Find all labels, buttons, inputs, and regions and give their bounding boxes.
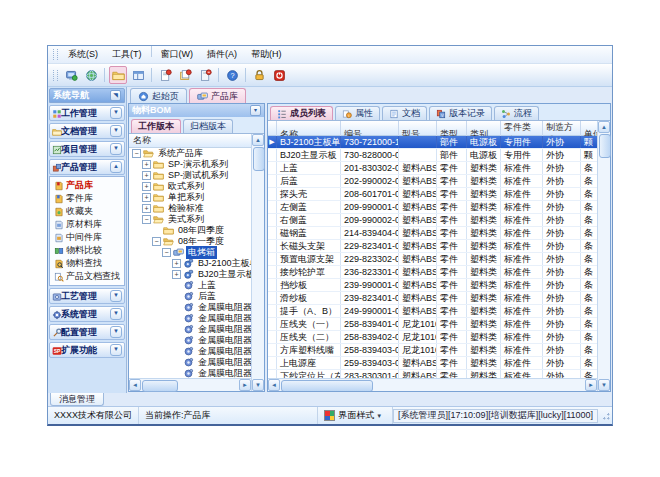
ui-style-selector[interactable]: 界面样式 ▼ xyxy=(317,407,393,424)
table-hscroll-thumb[interactable] xyxy=(281,380,373,391)
table-row[interactable]: 左侧盖209-990001-01X塑料ABS零件塑料类标准件外协条 xyxy=(268,201,597,214)
sidebar-item-4[interactable]: 中间件库 xyxy=(50,231,124,244)
scroll-right-icon[interactable]: ► xyxy=(585,379,597,391)
sidebar-item-3[interactable]: 原材料库 xyxy=(50,218,124,231)
version-tab-1[interactable]: 归档版本 xyxy=(183,119,233,133)
sidebar-item-6[interactable]: 物料查找 xyxy=(50,257,124,270)
sidebar-item-1[interactable]: 零件库 xyxy=(50,192,124,205)
nav-group-5[interactable]: 系统管理▼ xyxy=(49,306,125,322)
table-row[interactable]: 上盖201-830302-00X塑料ABS零件塑料类标准件外协条 xyxy=(268,162,597,175)
chevron-down-icon[interactable]: ▼ xyxy=(110,143,122,155)
tree-vscroll-thumb[interactable] xyxy=(253,147,265,171)
collapse-icon[interactable]: − xyxy=(162,248,171,257)
menu-item-2[interactable]: 窗口(W) xyxy=(154,46,201,63)
client-icon[interactable] xyxy=(62,66,80,84)
nav-group-2[interactable]: 项目管理▼ xyxy=(49,141,125,157)
doc-tab-0[interactable]: 起始页 xyxy=(130,88,187,103)
nav-group-1[interactable]: 文档管理▼ xyxy=(49,123,125,139)
tree-node-20[interactable]: 金属膜电阻器 xyxy=(129,368,251,378)
nav-group-3[interactable]: 产品管理▲ xyxy=(49,159,125,175)
scroll-left-icon[interactable]: ◄ xyxy=(268,379,280,391)
globe-icon[interactable] xyxy=(82,66,100,84)
expand-icon[interactable]: + xyxy=(142,160,151,169)
chevron-down-icon[interactable]: ▼ xyxy=(110,326,122,338)
lock-icon[interactable] xyxy=(250,66,268,84)
sidebar-item-0[interactable]: 产品库 xyxy=(50,179,124,192)
exit-icon[interactable] xyxy=(270,66,288,84)
collapse-icon[interactable]: − xyxy=(132,149,141,158)
table-row[interactable]: 提手（A、B）249-990001-01X塑料ABS零件塑料类标准件外协条 xyxy=(268,305,597,318)
bom-panel-menu-button[interactable]: ▾ xyxy=(250,105,261,116)
tree-node-12[interactable]: 上盖 xyxy=(129,280,251,291)
menu-item-3[interactable]: 插件(A) xyxy=(200,46,244,63)
tree-horizontal-scrollbar[interactable]: ◄ ► xyxy=(129,378,251,391)
scroll-up-icon[interactable]: ▲ xyxy=(252,134,264,146)
expand-icon[interactable]: + xyxy=(142,193,151,202)
table-row[interactable]: 右侧盖209-990002-01X塑料ABS零件塑料类标准件外协条 xyxy=(268,214,597,227)
scroll-up-icon[interactable]: ▲ xyxy=(598,121,610,133)
tree-vertical-scrollbar[interactable]: ▲ ▼ xyxy=(251,134,264,391)
table-row[interactable]: 预置电源支架229-823302-00X塑料ABS零件塑料类标准件外协条 xyxy=(268,253,597,266)
nav-group-0[interactable]: 工作管理▼ xyxy=(49,105,125,121)
expand-icon[interactable]: + xyxy=(142,182,151,191)
expand-icon[interactable]: + xyxy=(142,171,151,180)
detail-tab-3[interactable]: V版本记录 xyxy=(429,106,492,120)
chevron-down-icon[interactable]: ▼ xyxy=(110,290,122,302)
table-row[interactable]: BJ20主显示板730-828000-04X部件电源板专用件外协颗 xyxy=(268,149,597,162)
sidebar-item-2[interactable]: 收藏夹 xyxy=(50,205,124,218)
tree-column-header[interactable]: 名称 xyxy=(129,134,251,148)
collapse-icon[interactable]: − xyxy=(142,215,151,224)
expand-icon[interactable]: + xyxy=(142,204,151,213)
table-vscroll-thumb[interactable] xyxy=(599,134,611,158)
table-row[interactable]: 挡纱板239-990001-01X塑料ABS零件塑料类标准件外协条 xyxy=(268,279,597,292)
toolbar-grip[interactable] xyxy=(53,70,58,81)
chevron-down-icon[interactable]: ▼ xyxy=(110,308,122,320)
tree-hscroll-thumb[interactable] xyxy=(142,380,178,392)
nav-group-6[interactable]: 配置管理▼ xyxy=(49,324,125,340)
detail-tab-2[interactable]: 文档 xyxy=(382,106,427,120)
table-horizontal-scrollbar[interactable]: ◄ ► xyxy=(268,378,597,391)
scroll-left-icon[interactable]: ◄ xyxy=(129,379,141,391)
report-del-icon[interactable] xyxy=(196,66,214,84)
table-vertical-scrollbar[interactable]: ▲ ▼ xyxy=(597,121,610,391)
message-manager-tab[interactable]: 消息管理 xyxy=(50,393,104,406)
chevron-down-icon[interactable]: ▼ xyxy=(110,107,122,119)
sidebar-item-7[interactable]: 产品文档查找 xyxy=(50,270,124,283)
detail-tab-0[interactable]: 成员列表 xyxy=(270,106,333,120)
chevron-down-icon[interactable]: ▼ xyxy=(110,125,122,137)
chevron-down-icon[interactable]: ▼ xyxy=(110,344,122,356)
scroll-down-icon[interactable]: ▼ xyxy=(598,379,610,391)
menubar-grip[interactable] xyxy=(53,49,58,60)
detail-tab-1[interactable]: i属性 xyxy=(335,106,380,120)
doc-tab-1[interactable]: 产品库 xyxy=(189,88,246,103)
table-row[interactable]: 后盖202-990002-01X塑料ABS零件塑料类标准件外协条 xyxy=(268,175,597,188)
menu-item-0[interactable]: 系统(S) xyxy=(61,46,105,63)
table-row[interactable]: 方库塑料线嘴258-839403-00X尼龙1010零件塑料类标准件外协条 xyxy=(268,344,597,357)
table-row[interactable]: 上电源座259-839403-00X塑料ABS零件塑料类标准件外协条 xyxy=(268,357,597,370)
resize-grip[interactable] xyxy=(602,412,610,420)
table-row[interactable]: 磁钢盖214-839404-01X塑料ABS零件塑料类标准件外协条 xyxy=(268,227,597,240)
table-row[interactable]: 长磁头支架229-823401-00X塑料ABS零件塑料类标准件外协条 xyxy=(268,240,597,253)
folder-icon[interactable] xyxy=(109,66,127,84)
table-row[interactable]: ▶BJ-2100主板单点730-721000-12X部件电源板专用件外协颗 xyxy=(268,136,597,149)
scroll-down-icon[interactable]: ▼ xyxy=(252,379,264,391)
report-new-icon[interactable] xyxy=(156,66,174,84)
table-row[interactable]: 探头壳208-601701-01X塑料ABS零件塑料类标准件外协条 xyxy=(268,188,597,201)
table-row[interactable]: 接纱轮护罩236-823301-00X塑料ABS零件塑料类标准件外协条 xyxy=(268,266,597,279)
nav-group-4[interactable]: 工艺管理▼ xyxy=(49,288,125,304)
table-row[interactable]: 滑纱板239-823401-00X塑料ABS零件塑料类标准件外协条 xyxy=(268,292,597,305)
nav-group-7[interactable]: SP扩展功能▼ xyxy=(49,342,125,358)
table-row[interactable]: 压线夹（一）258-839401-00X尼龙1010零件塑料类标准件外协条 xyxy=(268,318,597,331)
table-row[interactable]: 压线夹（二）258-839402-00X尼龙1010零件塑料类标准件外协条 xyxy=(268,331,597,344)
version-tab-0[interactable]: 工作版本 xyxy=(131,119,181,133)
sidebar-collapse-button[interactable]: ◥ xyxy=(110,90,121,101)
table-row[interactable]: 下纱定位片（左）283-830301-00X塑料ABS零件塑料类标准件外协条 xyxy=(268,370,597,378)
tree-node-11[interactable]: +BJ20主显示板 xyxy=(129,269,251,280)
layout-icon[interactable] xyxy=(129,66,147,84)
chevron-up-icon[interactable]: ▲ xyxy=(110,161,122,173)
detail-tab-4[interactable]: 流程 xyxy=(494,106,539,120)
expand-icon[interactable]: + xyxy=(172,259,181,268)
report-open-icon[interactable] xyxy=(176,66,194,84)
sidebar-item-5[interactable]: 物料比较 xyxy=(50,244,124,257)
menu-item-1[interactable]: 工具(T) xyxy=(105,46,149,63)
